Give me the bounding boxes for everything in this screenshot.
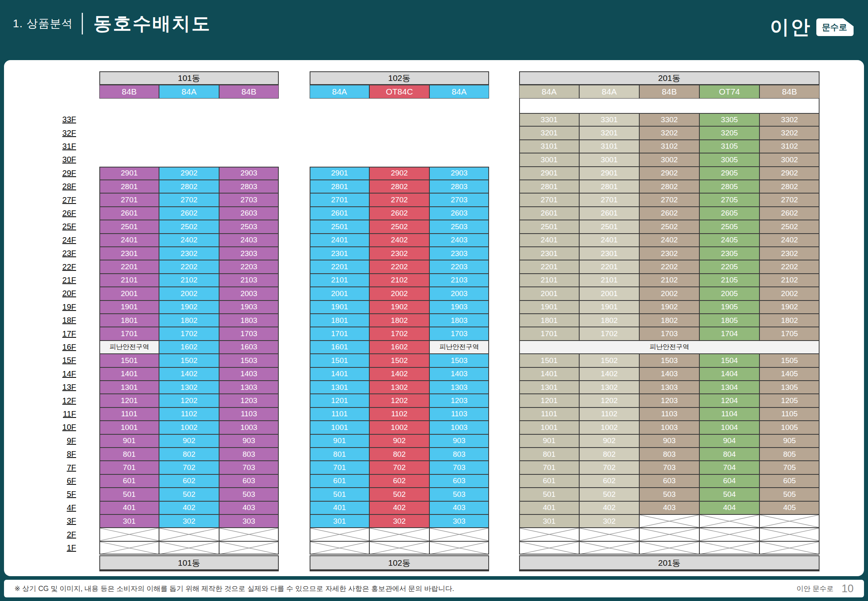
unit-cell: 2303 bbox=[219, 247, 279, 260]
unit-cell: 2901 bbox=[519, 167, 579, 180]
unit-cell: 2701 bbox=[310, 193, 369, 206]
unit-cell: 3001 bbox=[519, 153, 579, 166]
brand-logo: 이안 문수로 bbox=[770, 14, 854, 40]
unit-cell: 1001 bbox=[519, 421, 579, 434]
unit-cell: 501 bbox=[310, 488, 369, 501]
unit-cell: 1402 bbox=[579, 367, 639, 381]
x-mark-icon bbox=[580, 528, 639, 540]
floor-label: 12F bbox=[38, 394, 76, 407]
unit-cell: 1905 bbox=[699, 300, 759, 314]
footer-brand: 이안 문수로 bbox=[797, 584, 834, 593]
unit-cell: 1204 bbox=[699, 394, 759, 407]
unit-cell: 1304 bbox=[699, 381, 759, 394]
unit-cell: 3102 bbox=[639, 140, 699, 153]
unit-cell: 2702 bbox=[639, 193, 699, 206]
unit-type-cell: 84B bbox=[99, 85, 159, 99]
unit-cell: 1902 bbox=[639, 300, 699, 314]
floor-label: 7F bbox=[38, 461, 76, 474]
unit-cell: 602 bbox=[369, 474, 429, 488]
unit-cell: 1303 bbox=[429, 381, 489, 394]
unit-cell: 1503 bbox=[219, 354, 279, 367]
unit-cell: 2902 bbox=[369, 167, 429, 180]
crossed-out-cell bbox=[159, 541, 219, 555]
floor-label: 24F bbox=[38, 234, 76, 247]
unit-cell: 802 bbox=[579, 448, 639, 461]
unit-cell: 801 bbox=[519, 448, 579, 461]
unit-cell: 2002 bbox=[369, 287, 429, 300]
unit-cell: 2601 bbox=[310, 207, 369, 220]
unit-cell: 3202 bbox=[639, 126, 699, 139]
unit-cell: 2302 bbox=[759, 247, 820, 260]
refuge-cell: 피난안전구역 bbox=[99, 341, 159, 354]
unit-cell: 2105 bbox=[699, 274, 759, 287]
unit-type-cell: 84A bbox=[310, 85, 369, 99]
floor-label-text: 26F bbox=[62, 209, 76, 218]
floor-label-text: 12F bbox=[62, 396, 76, 405]
unit-cell: 1403 bbox=[219, 367, 279, 381]
unit-cell: 1201 bbox=[310, 394, 369, 407]
unit-cell: 2801 bbox=[310, 180, 369, 193]
unit-cell: 2301 bbox=[579, 247, 639, 260]
floor-label-text: 6F bbox=[67, 476, 76, 486]
unit-cell: 2505 bbox=[699, 220, 759, 233]
unit-cell: 1501 bbox=[99, 354, 159, 367]
unit-cell: 2102 bbox=[639, 274, 699, 287]
floor-label-text: 28F bbox=[62, 182, 76, 191]
unit-cell: 1105 bbox=[759, 407, 820, 421]
x-mark-icon bbox=[640, 515, 699, 527]
unit-cell: 2001 bbox=[310, 287, 369, 300]
floor-label: 15F bbox=[38, 354, 76, 367]
unit-cell: 1902 bbox=[759, 300, 820, 314]
unit-cell: 1005 bbox=[759, 421, 820, 434]
unit-cell: 302 bbox=[579, 514, 639, 528]
floor-label-text: 29F bbox=[62, 169, 76, 178]
unit-cell: 2301 bbox=[99, 247, 159, 260]
x-mark-icon bbox=[220, 528, 278, 540]
unit-cell: 2702 bbox=[759, 193, 820, 206]
unit-cell: 1003 bbox=[639, 421, 699, 434]
unit-cell: 1405 bbox=[759, 367, 820, 381]
unit-cell: 2802 bbox=[759, 180, 820, 193]
unit-cell: 1103 bbox=[219, 407, 279, 421]
floor-label-text: 21F bbox=[62, 276, 76, 285]
unit-cell: 803 bbox=[219, 448, 279, 461]
x-mark-icon bbox=[370, 528, 429, 540]
unit-cell: 1703 bbox=[639, 327, 699, 340]
unit-cell: 1801 bbox=[519, 314, 579, 327]
refuge-cell: 피난안전구역 bbox=[429, 341, 489, 354]
unit-cell: 3101 bbox=[579, 140, 639, 153]
floor-label: 26F bbox=[38, 207, 76, 220]
crossed-out-cell bbox=[579, 528, 639, 541]
x-mark-icon bbox=[760, 515, 819, 527]
crossed-out-cell bbox=[429, 541, 489, 555]
unit-type-cell: 84B bbox=[219, 85, 279, 99]
unit-cell: 2601 bbox=[519, 207, 579, 220]
unit-cell: 2302 bbox=[639, 247, 699, 260]
unit-cell: 402 bbox=[579, 501, 639, 514]
unit-cell: 505 bbox=[759, 488, 820, 501]
unit-cell: 2401 bbox=[519, 234, 579, 247]
floor-label: 5F bbox=[38, 488, 76, 501]
unit-cell: 2703 bbox=[219, 193, 279, 206]
floor-label-text: 1F bbox=[67, 543, 76, 553]
unit-cell: 1201 bbox=[99, 394, 159, 407]
unit-cell: 903 bbox=[219, 434, 279, 448]
unit-cell: 2703 bbox=[429, 193, 489, 206]
floor-label-text: 13F bbox=[62, 383, 76, 392]
unit-cell: 702 bbox=[579, 461, 639, 474]
x-mark-icon bbox=[159, 542, 218, 554]
x-mark-icon bbox=[100, 528, 159, 540]
unit-cell: 301 bbox=[310, 514, 369, 528]
unit-cell: 2202 bbox=[159, 260, 219, 273]
unit-type-cell: OT84C bbox=[369, 85, 429, 99]
unit-cell: 3205 bbox=[699, 126, 759, 139]
crossed-out-cell bbox=[639, 514, 699, 528]
unit-cell: 1901 bbox=[519, 300, 579, 314]
unit-cell: 1002 bbox=[579, 421, 639, 434]
unit-cell: 902 bbox=[159, 434, 219, 448]
x-mark-icon bbox=[430, 528, 489, 540]
x-mark-icon bbox=[640, 528, 699, 540]
footer-disclaimer: ※ 상기 CG 및 이미지, 내용 등은 소비자의 이해를 돕기 위해 제작한 … bbox=[14, 584, 454, 593]
unit-cell: 2002 bbox=[639, 287, 699, 300]
unit-cell: 403 bbox=[639, 501, 699, 514]
